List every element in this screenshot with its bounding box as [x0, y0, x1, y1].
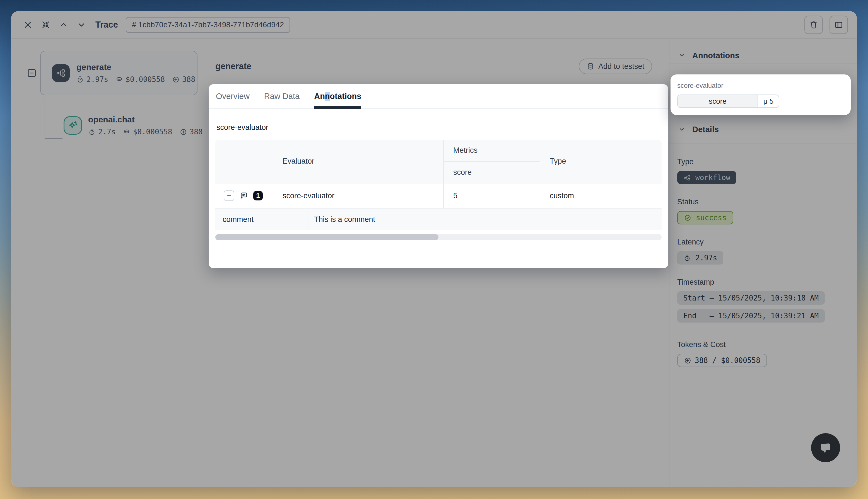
- tab-label-highlight: n: [325, 92, 330, 101]
- comment-row: comment This is a comment: [215, 208, 662, 230]
- collapse-row-button[interactable]: [224, 191, 234, 201]
- comment-count-badge[interactable]: 1: [253, 191, 263, 200]
- span-detail-panel: Overview Raw Data Annotations score-eval…: [209, 84, 668, 268]
- metric-name-segment[interactable]: score: [678, 95, 758, 107]
- tab-raw-data[interactable]: Raw Data: [264, 84, 300, 108]
- evaluator-section-label: score-evaluator: [216, 123, 662, 132]
- controls-column-header: [215, 140, 275, 183]
- minus-icon: [226, 192, 232, 199]
- score-control[interactable]: score μ 5: [677, 95, 779, 108]
- scrollbar-thumb[interactable]: [215, 234, 438, 240]
- score-cell: 5: [444, 183, 540, 208]
- tab-label-part: otations: [330, 92, 361, 101]
- type-column-header: Type: [540, 140, 662, 183]
- annotation-card: score-evaluator score μ 5: [671, 74, 851, 115]
- annotations-tab-content: score-evaluator Evaluator Metrics Type: [209, 123, 668, 240]
- evaluator-cell: score-evaluator: [275, 183, 444, 208]
- metric-value-segment[interactable]: μ 5: [758, 95, 779, 107]
- type-cell: custom: [540, 183, 662, 208]
- metric-name-header: score: [444, 161, 540, 183]
- comment-icon[interactable]: [239, 191, 248, 200]
- evaluator-column-header: Evaluator: [275, 140, 444, 183]
- annotations-table: Evaluator Metrics Type score: [215, 140, 662, 230]
- annotation-evaluator-label: score-evaluator: [677, 82, 844, 89]
- trace-modal: Trace # 1cbb70e7-34a1-7bb7-3498-771b7d46…: [11, 11, 857, 487]
- tab-label-part: An: [314, 92, 325, 101]
- tab-bar: Overview Raw Data Annotations: [209, 84, 668, 109]
- horizontal-scrollbar[interactable]: [215, 234, 662, 240]
- metrics-column-header: Metrics: [444, 140, 540, 161]
- row-controls: 1: [215, 191, 275, 201]
- comment-key: comment: [215, 208, 308, 230]
- table-row: 1 score-evaluator 5 custom: [215, 183, 662, 208]
- tab-overview[interactable]: Overview: [216, 84, 250, 108]
- tab-annotations[interactable]: Annotations: [314, 84, 361, 108]
- comment-value: This is a comment: [308, 208, 662, 230]
